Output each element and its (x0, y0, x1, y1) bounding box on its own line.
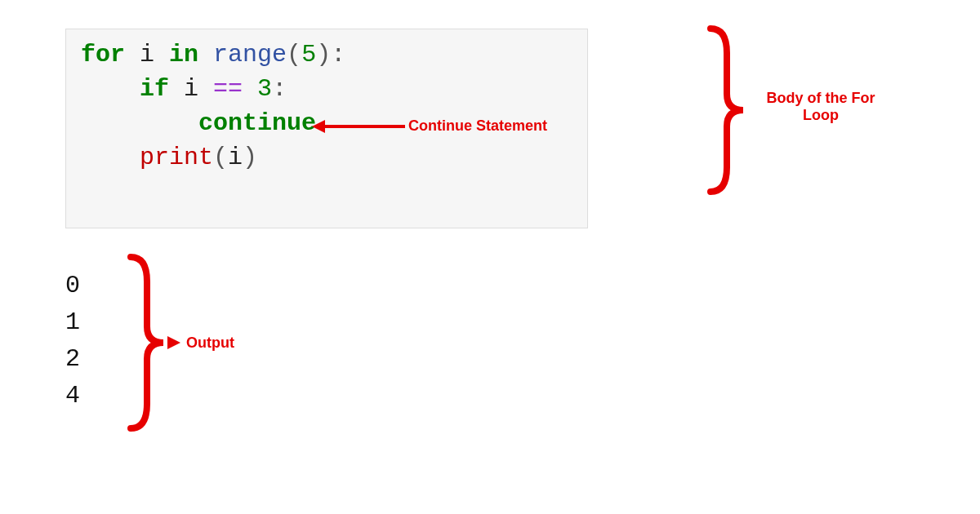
arrow-head-icon (167, 336, 180, 349)
keyword-if: if (140, 75, 169, 103)
func-range: range (213, 41, 287, 69)
colon: : (272, 75, 287, 103)
keyword-continue: continue (198, 109, 316, 137)
colon: : (331, 41, 345, 69)
func-print: print (140, 144, 213, 171)
number-5: 5 (301, 41, 316, 69)
paren-close: ) (243, 144, 257, 171)
label-body-for-loop: Body of the For Loop (764, 90, 878, 124)
output-line: 0 (65, 268, 80, 304)
arrow-line (325, 125, 405, 128)
brace-output-icon (114, 249, 172, 436)
output-block: 0 1 2 4 (65, 268, 80, 414)
identifier-i: i (184, 75, 198, 103)
code-line-2: if i == 3: (81, 72, 572, 106)
paren-open: ( (213, 144, 228, 171)
output-line: 1 (65, 304, 80, 341)
label-output: Output (186, 335, 234, 352)
number-3: 3 (257, 75, 272, 103)
arrow-head-icon (312, 120, 325, 133)
identifier-i: i (140, 41, 154, 69)
output-line: 2 (65, 341, 80, 378)
keyword-for: for (81, 41, 125, 69)
operator-eq: == (213, 75, 243, 103)
output-line: 4 (65, 378, 80, 414)
code-line-1: for i in range(5): (81, 38, 572, 72)
code-line-4: print(i) (81, 140, 572, 175)
paren-close: ) (316, 41, 331, 69)
keyword-in: in (169, 41, 198, 69)
label-continue-statement: Continue Statement (408, 117, 547, 135)
brace-body-icon (694, 24, 751, 196)
paren-open: ( (287, 41, 301, 69)
identifier-i: i (228, 144, 243, 171)
